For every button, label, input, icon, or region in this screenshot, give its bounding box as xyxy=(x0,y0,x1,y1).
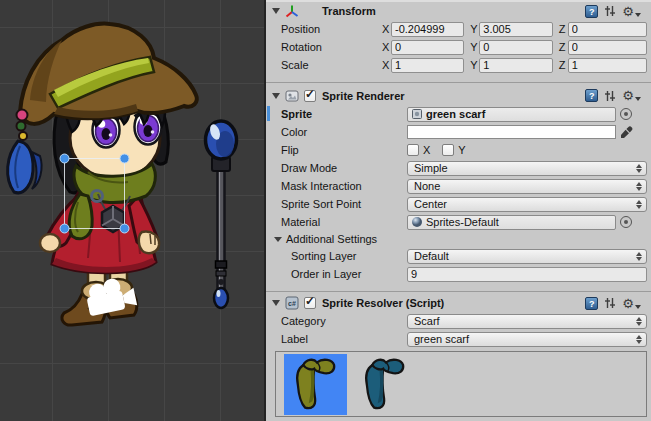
dropdown-arrows-icon xyxy=(636,200,642,209)
order-in-layer-row: Order in Layer xyxy=(266,265,651,283)
category-label: Category xyxy=(266,315,407,327)
flip-label: Flip xyxy=(266,144,407,156)
axis-x-label: X xyxy=(382,23,391,35)
sprite-thumbnail-green-scarf[interactable] xyxy=(284,354,347,415)
flip-x-checkbox[interactable] xyxy=(407,144,419,156)
svg-text:c#: c# xyxy=(288,300,296,307)
rotation-y-field[interactable] xyxy=(479,40,552,55)
sorting-layer-value: Default xyxy=(414,250,449,262)
sprite-asset-icon xyxy=(411,108,423,120)
dropdown-arrows-icon xyxy=(636,164,642,173)
eyedropper-icon[interactable] xyxy=(620,126,633,139)
sorting-layer-label: Sorting Layer xyxy=(266,250,407,262)
label-value: green scarf xyxy=(414,333,469,345)
dropdown-arrows-icon xyxy=(636,182,642,191)
selection-handle-top-left[interactable] xyxy=(60,154,69,163)
sprite-object-field[interactable]: green scarf xyxy=(407,107,616,122)
foldout-arrow-icon[interactable] xyxy=(272,300,280,306)
material-label: Material xyxy=(266,216,407,228)
color-swatch[interactable] xyxy=(407,125,616,139)
axis-y-label: Y xyxy=(470,23,479,35)
gear-menu-icon[interactable]: ⚙ xyxy=(622,5,641,18)
selection-handle-bottom-right[interactable] xyxy=(120,224,129,233)
foldout-arrow-icon[interactable] xyxy=(274,237,282,242)
scale-z-field[interactable] xyxy=(568,58,647,73)
presets-icon[interactable] xyxy=(603,4,617,18)
sprite-sort-point-label: Sprite Sort Point xyxy=(266,198,407,210)
additional-settings-label: Additional Settings xyxy=(286,233,377,245)
material-object-field[interactable]: Sprites-Default xyxy=(407,215,616,230)
category-value: Scarf xyxy=(414,315,440,327)
gear-menu-icon[interactable]: ⚙ xyxy=(622,297,641,310)
presets-icon[interactable] xyxy=(603,296,617,310)
label-row: Label green scarf xyxy=(266,330,651,348)
character-sprite[interactable] xyxy=(8,24,197,325)
mask-interaction-value: None xyxy=(414,180,440,192)
category-row: Category Scarf xyxy=(266,312,651,330)
help-icon[interactable]: ? xyxy=(585,5,598,18)
color-label: Color xyxy=(266,126,407,138)
scene-view[interactable] xyxy=(0,0,264,421)
sprite-object-name: green scarf xyxy=(426,108,485,120)
dropdown-arrows-icon xyxy=(636,317,642,326)
material-sphere-icon xyxy=(411,216,423,228)
staff-sprite[interactable] xyxy=(206,121,237,308)
transform-header[interactable]: Transform ? ⚙ xyxy=(266,2,651,20)
sprite-resolver-enabled-checkbox[interactable]: ✓ xyxy=(304,297,316,309)
sprite-resolver-header[interactable]: c# ✓ Sprite Resolver (Script) ? ⚙ xyxy=(266,292,651,312)
category-dropdown[interactable]: Scarf xyxy=(407,314,647,329)
foldout-arrow-icon[interactable] xyxy=(272,93,280,99)
order-in-layer-field[interactable] xyxy=(407,267,647,282)
position-y-field[interactable] xyxy=(479,22,552,37)
sprite-resolver-title: Sprite Resolver (Script) xyxy=(322,297,444,309)
additional-settings-foldout[interactable]: Additional Settings xyxy=(266,231,651,247)
scale-y-field[interactable] xyxy=(479,58,552,73)
rotation-label: Rotation xyxy=(266,41,382,53)
flip-y-checkbox[interactable] xyxy=(442,144,454,156)
axis-x-label: X xyxy=(382,41,391,53)
sprite-sort-point-dropdown[interactable]: Center xyxy=(407,197,647,212)
axis-z-label: Z xyxy=(559,41,568,53)
selection-handle-top-right[interactable] xyxy=(120,154,129,163)
sorting-layer-row: Sorting Layer Default xyxy=(266,247,651,265)
axis-y-label: Y xyxy=(470,59,479,71)
label-dropdown[interactable]: green scarf xyxy=(407,332,647,347)
rotation-x-field[interactable] xyxy=(391,40,464,55)
sprite-label: Sprite xyxy=(266,108,407,120)
mask-interaction-dropdown[interactable]: None xyxy=(407,179,647,194)
presets-icon[interactable] xyxy=(603,89,617,103)
axis-x-label: X xyxy=(382,59,391,71)
green-scarf-image xyxy=(287,356,345,414)
sprite-renderer-icon xyxy=(285,89,299,103)
sprite-renderer-enabled-checkbox[interactable]: ✓ xyxy=(304,90,316,102)
sorting-layer-dropdown[interactable]: Default xyxy=(407,249,647,264)
material-object-name: Sprites-Default xyxy=(426,216,499,228)
rotation-z-field[interactable] xyxy=(568,40,647,55)
dropdown-arrows-icon xyxy=(636,252,642,261)
draw-mode-dropdown[interactable]: Simple xyxy=(407,161,647,176)
transform-icon xyxy=(285,4,299,18)
csharp-script-icon: c# xyxy=(285,296,299,310)
scale-x-field[interactable] xyxy=(391,58,464,73)
draw-mode-row: Draw Mode Simple xyxy=(266,159,651,177)
selection-handle-bottom-left[interactable] xyxy=(60,224,69,233)
scale-row: Scale X Y Z xyxy=(266,56,651,74)
help-icon[interactable]: ? xyxy=(585,89,598,102)
axis-z-label: Z xyxy=(559,59,568,71)
position-x-field[interactable] xyxy=(391,22,464,37)
sprite-object-picker[interactable] xyxy=(620,108,632,120)
scene-canvas[interactable] xyxy=(0,0,264,421)
foldout-arrow-icon[interactable] xyxy=(272,8,280,14)
material-object-picker[interactable] xyxy=(620,216,632,228)
gear-menu-icon[interactable]: ⚙ xyxy=(622,89,641,102)
help-icon[interactable]: ? xyxy=(585,297,598,310)
character-hat xyxy=(20,24,197,124)
sprite-renderer-header[interactable]: ✓ Sprite Renderer ? ⚙ xyxy=(266,83,651,105)
material-row: Material Sprites-Default xyxy=(266,213,651,231)
position-z-field[interactable] xyxy=(568,22,647,37)
mask-interaction-row: Mask Interaction None xyxy=(266,177,651,195)
scale-label: Scale xyxy=(266,59,382,71)
position-row: Position X Y Z xyxy=(266,20,651,38)
sprite-thumbnail-blue-scarf[interactable] xyxy=(353,354,416,415)
draw-mode-label: Draw Mode xyxy=(266,162,407,174)
